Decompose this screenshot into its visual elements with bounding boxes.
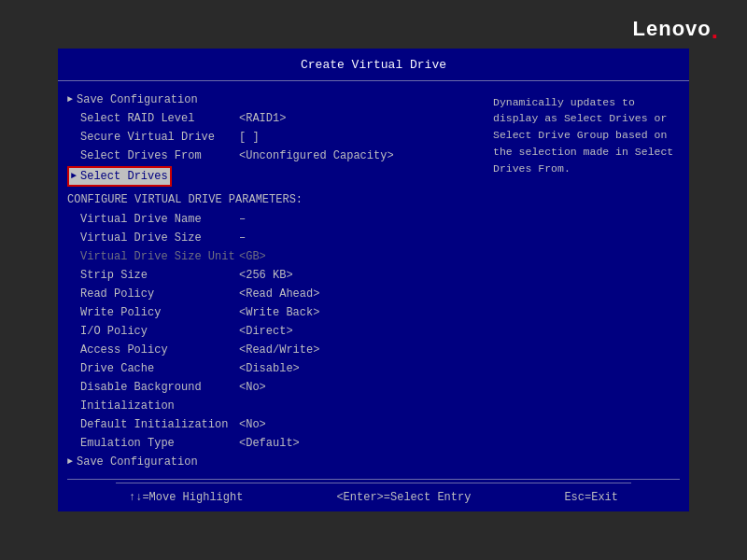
strip-size-value: <256 KB> — [239, 267, 293, 284]
menu-item-vd-size-unit[interactable]: Virtual Drive Size Unit <GB> — [67, 247, 474, 266]
emulation-type-value: <Default> — [239, 435, 300, 452]
select-drives-from-value: <Unconfigured Capacity> — [239, 147, 394, 164]
menu-item-save-config-bottom[interactable]: ► Save Configuration — [67, 453, 474, 471]
menu-item-select-drives-from[interactable]: Select Drives From <Unconfigured Capacit… — [67, 147, 474, 165]
menu-item-disable-bg[interactable]: Disable Background <No> — [67, 378, 474, 397]
menu-item-vd-size[interactable]: Virtual Drive Size – — [67, 229, 474, 247]
logo-text: Lenovo — [633, 17, 712, 41]
help-text-panel: Dynamically updates to display as Select… — [484, 91, 689, 471]
write-policy-value: <Write Back> — [239, 304, 319, 321]
menu-item-vd-name[interactable]: Virtual Drive Name – — [67, 210, 474, 229]
menu-item-secure-vd[interactable]: Secure Virtual Drive [ ] — [67, 128, 474, 147]
save-config-top-label: Save Configuration — [77, 91, 198, 108]
write-policy-label: Write Policy — [67, 304, 235, 321]
menu-item-save-config-top[interactable]: ► Save Configuration — [67, 91, 474, 109]
emulation-type-label: Emulation Type — [67, 435, 235, 452]
menu-item-drive-cache[interactable]: Drive Cache <Disable> — [67, 359, 474, 378]
read-policy-label: Read Policy — [67, 286, 235, 302]
footer-exit: Esc=Exit — [564, 489, 618, 506]
menu-item-read-policy[interactable]: Read Policy <Read Ahead> — [67, 285, 474, 303]
select-drives-from-label: Select Drives From — [67, 147, 235, 164]
footer-separator — [67, 479, 680, 480]
arrow-icon: ► — [67, 92, 73, 106]
save-config-bottom-label: Save Configuration — [77, 454, 198, 470]
section-header: CONFIGURE VIRTUAL DRIVE PARAMETERS: — [67, 188, 474, 210]
select-drives-label: Select Drives — [80, 168, 168, 185]
menu-item-access-policy[interactable]: Access Policy <Read/Write> — [67, 341, 474, 359]
menu-item-io-policy[interactable]: I/O Policy <Direct> — [67, 322, 474, 341]
vd-name-label: Virtual Drive Name — [67, 211, 235, 228]
menu-item-emulation-type[interactable]: Emulation Type <Default> — [67, 434, 474, 453]
footer-navigate: ↑↓=Move Highlight — [129, 489, 243, 506]
drive-cache-value: <Disable> — [239, 360, 300, 377]
secure-vd-value: [ ] — [239, 129, 260, 146]
select-raid-label: Select RAID Level — [67, 110, 235, 127]
initialization-label: Initialization — [67, 398, 235, 414]
help-text: Dynamically updates to display as Select… — [493, 96, 673, 175]
access-policy-value: <Read/Write> — [239, 342, 319, 358]
menu-item-select-raid[interactable]: Select RAID Level <RAID1> — [67, 109, 474, 128]
strip-size-label: Strip Size — [67, 267, 235, 284]
default-init-label: Default Initialization — [67, 416, 235, 433]
lenovo-logo: Lenovo. — [633, 17, 719, 41]
menu-item-select-drives[interactable]: ► Select Drives — [67, 165, 474, 188]
disable-bg-value: <No> — [239, 379, 266, 396]
read-policy-value: <Read Ahead> — [239, 286, 319, 302]
select-drives-highlight[interactable]: ► Select Drives — [67, 166, 172, 187]
bios-panel: Create Virtual Drive ► Save Configuratio… — [58, 49, 689, 511]
vd-size-unit-value: <GB> — [239, 248, 266, 265]
footer-select: <Enter>=Select Entry — [336, 489, 471, 506]
select-drives-arrow-icon: ► — [71, 169, 77, 183]
menu-item-strip-size[interactable]: Strip Size <256 KB> — [67, 266, 474, 285]
menu-item-default-init[interactable]: Default Initialization <No> — [67, 415, 474, 434]
vd-size-value: – — [239, 230, 246, 246]
save-config-bottom-arrow-icon: ► — [67, 455, 73, 469]
io-policy-value: <Direct> — [239, 323, 293, 340]
drive-cache-label: Drive Cache — [67, 360, 235, 377]
vd-name-value: – — [239, 211, 246, 228]
select-raid-value: <RAID1> — [239, 110, 286, 127]
access-policy-label: Access Policy — [67, 342, 235, 358]
footer-bar: ↑↓=Move Highlight <Enter>=Select Entry E… — [116, 483, 631, 511]
panel-title: Create Virtual Drive — [58, 49, 689, 81]
left-menu: ► Save Configuration Select RAID Level <… — [58, 91, 484, 471]
disable-bg-label: Disable Background — [67, 379, 235, 396]
content-area: ► Save Configuration Select RAID Level <… — [58, 87, 689, 475]
io-policy-label: I/O Policy — [67, 323, 235, 340]
menu-item-initialization[interactable]: Initialization — [67, 397, 474, 415]
menu-item-write-policy[interactable]: Write Policy <Write Back> — [67, 303, 474, 322]
secure-vd-label: Secure Virtual Drive — [67, 129, 235, 146]
vd-size-unit-label: Virtual Drive Size Unit — [67, 248, 235, 265]
vd-size-label: Virtual Drive Size — [67, 230, 235, 246]
default-init-value: <No> — [239, 416, 266, 433]
